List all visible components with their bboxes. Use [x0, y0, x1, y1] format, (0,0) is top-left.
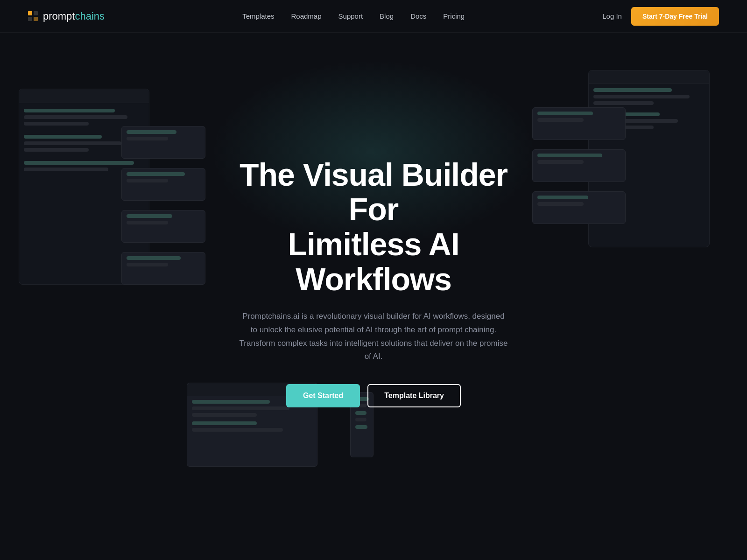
logo-sq-4	[34, 17, 38, 21]
nav-links: Templates Roadmap Support Blog Docs Pric…	[242, 12, 465, 21]
get-started-button[interactable]: Get Started	[286, 384, 360, 407]
hero-title-line2: Limitless AI Workflows	[288, 226, 459, 297]
nav-actions: Log In Start 7-Day Free Trial	[602, 7, 719, 26]
logo-sq-2	[34, 11, 38, 15]
logo-sq-1	[28, 11, 32, 15]
logo-text: promptchains	[43, 10, 105, 22]
logo-icon	[28, 11, 38, 21]
start-trial-button[interactable]: Start 7-Day Free Trial	[631, 7, 719, 26]
nav-roadmap[interactable]: Roadmap	[291, 12, 322, 20]
template-library-button[interactable]: Template Library	[367, 384, 461, 407]
nav-blog[interactable]: Blog	[380, 12, 394, 20]
hero-buttons: Get Started Template Library	[219, 384, 528, 407]
hero-title: The Visual Builder For Limitless AI Work…	[219, 157, 528, 297]
login-link[interactable]: Log In	[602, 12, 622, 20]
logo[interactable]: promptchains	[28, 10, 105, 22]
logo-prompt: prompt	[43, 10, 75, 22]
nav-templates[interactable]: Templates	[242, 12, 274, 20]
nav-docs[interactable]: Docs	[410, 12, 426, 20]
hero-content: The Visual Builder For Limitless AI Work…	[210, 157, 537, 408]
hero-description: Promptchains.ai is a revolutionary visua…	[238, 310, 509, 364]
hero-section: The Visual Builder For Limitless AI Work…	[0, 33, 747, 560]
logo-chains: chains	[75, 10, 105, 22]
nav-pricing[interactable]: Pricing	[443, 12, 465, 20]
navbar: promptchains Templates Roadmap Support B…	[0, 0, 747, 33]
logo-sq-3	[28, 17, 32, 21]
hero-title-line1: The Visual Builder For	[240, 157, 507, 227]
nav-support[interactable]: Support	[338, 12, 363, 20]
